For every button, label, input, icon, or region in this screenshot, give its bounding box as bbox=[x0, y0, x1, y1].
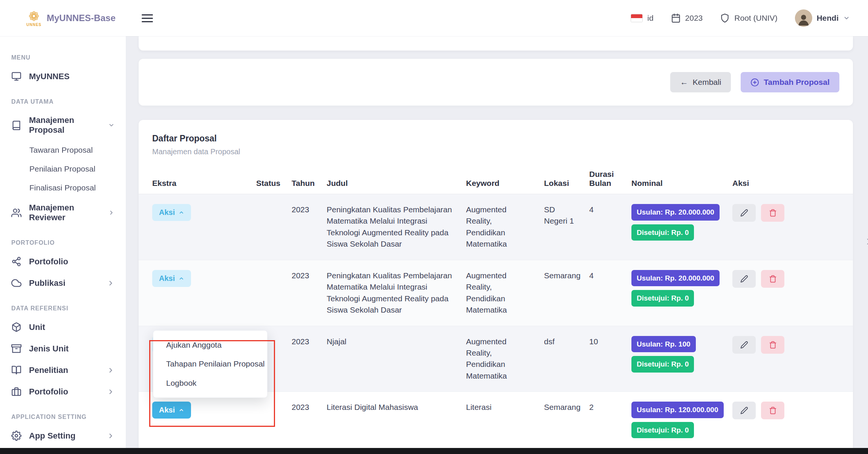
disetujui-badge: Disetujui: Rp. 0 bbox=[631, 356, 694, 373]
year-selector[interactable]: 2023 bbox=[671, 13, 703, 23]
role-label: Root (UNIV) bbox=[734, 14, 777, 23]
nominal-cell: Usulan: Rp. 20.000.000 Disetujui: Rp. 0 bbox=[631, 204, 732, 241]
header-status: Status bbox=[256, 179, 292, 188]
nominal-cell: Usulan: Rp. 120.000.000 Disetujui: Rp. 0 bbox=[631, 402, 732, 438]
sidebar-item-publikasi[interactable]: Publikasi bbox=[0, 272, 126, 294]
delete-button[interactable] bbox=[761, 336, 784, 354]
archive-icon bbox=[11, 344, 21, 354]
edit-button[interactable] bbox=[732, 402, 756, 419]
lokasi-cell: Semarang bbox=[544, 402, 589, 413]
language-label: id bbox=[647, 14, 653, 23]
table-row: Aksi 2023 Peningkatan Kualitas Pembelaja… bbox=[139, 194, 853, 260]
judul-cell: Peningkatan Kualitas Pembelajaran Matema… bbox=[327, 204, 466, 250]
kembali-button[interactable]: ← Kembali bbox=[670, 72, 731, 92]
user-name: Hendi bbox=[817, 14, 839, 23]
gear-icon bbox=[11, 431, 21, 441]
sidebar-item-unit[interactable]: Unit bbox=[0, 316, 126, 338]
edit-button[interactable] bbox=[732, 270, 756, 288]
hamburger-menu-icon[interactable] bbox=[142, 12, 153, 25]
sidebar-subitem-tawaran-proposal[interactable]: Tawaran Proposal bbox=[0, 141, 126, 160]
pencil-icon bbox=[740, 275, 748, 283]
chevron-up-icon bbox=[179, 210, 184, 215]
keyword-cell: Augmented Reality, Pendidikan Matematika bbox=[466, 204, 544, 250]
ekstra-cell: Aksi bbox=[152, 270, 256, 287]
sidebar-item-manajemen-proposal[interactable]: Manajemen Proposal bbox=[0, 110, 126, 141]
header-tahun: Tahun bbox=[292, 179, 327, 188]
proposal-table: Ekstra Status Tahun Judul Keyword Lokasi… bbox=[139, 170, 853, 448]
edit-button[interactable] bbox=[732, 204, 756, 222]
menu-item-tahapan-penilaian-proposal[interactable]: Tahapan Penilaian Proposal bbox=[153, 354, 267, 373]
disetujui-badge: Disetujui: Rp. 0 bbox=[631, 224, 694, 241]
aksi-dropdown-button-open[interactable]: Aksi bbox=[152, 402, 191, 419]
table-row: Ajukan Anggota Tahapan Penilaian Proposa… bbox=[139, 392, 853, 448]
sidebar-item-portofolio-referensi[interactable]: Portofolio bbox=[0, 381, 126, 402]
book-open-icon bbox=[11, 365, 21, 375]
lokasi-cell: Semarang bbox=[544, 270, 589, 281]
plus-circle-icon bbox=[750, 78, 759, 87]
section-portofolio: PORTOFOLIO bbox=[0, 228, 126, 251]
briefcase-icon bbox=[11, 387, 21, 397]
role-selector[interactable]: Root (UNIV) bbox=[720, 13, 777, 23]
sidebar-item-penelitian[interactable]: Penelitian bbox=[0, 359, 126, 381]
usulan-badge: Usulan: Rp. 20.000.000 bbox=[631, 204, 720, 221]
menu-item-ajukan-anggota[interactable]: Ajukan Anggota bbox=[153, 336, 267, 354]
chevron-right-icon bbox=[107, 432, 115, 440]
page-title: Daftar Proposal bbox=[152, 133, 839, 144]
delete-button[interactable] bbox=[761, 402, 784, 419]
sidebar-item-myunnes[interactable]: MyUNNES bbox=[0, 66, 126, 87]
table-header-row: Ekstra Status Tahun Judul Keyword Lokasi… bbox=[139, 170, 853, 194]
unnes-logo-icon: ❁ UNNES bbox=[26, 10, 41, 27]
aksi-dropdown-button[interactable]: Aksi bbox=[152, 270, 191, 287]
language-selector[interactable]: id bbox=[631, 14, 653, 23]
logo-text: UNNES bbox=[26, 23, 41, 27]
shield-icon bbox=[720, 13, 730, 23]
edit-button[interactable] bbox=[732, 336, 756, 354]
bottom-bar bbox=[0, 448, 868, 454]
delete-button[interactable] bbox=[761, 270, 784, 288]
scroll-right-icon[interactable]: › bbox=[866, 233, 868, 249]
trash-icon bbox=[769, 275, 777, 283]
sidebar-item-jenis-unit[interactable]: Jenis Unit bbox=[0, 338, 126, 359]
user-menu[interactable]: Hendi bbox=[795, 9, 850, 27]
tambah-proposal-button[interactable]: Tambah Proposal bbox=[741, 72, 839, 92]
section-application-setting: APPLICATION SETTING bbox=[0, 402, 126, 425]
delete-button[interactable] bbox=[761, 204, 784, 222]
sidebar-subitem-penilaian-proposal[interactable]: Penilaian Proposal bbox=[0, 160, 126, 178]
ekstra-cell: Aksi bbox=[152, 204, 256, 221]
daftar-proposal-card: Daftar Proposal Manajemen data Proposal … bbox=[139, 120, 853, 454]
aksi-cell bbox=[732, 204, 839, 222]
disetujui-badge: Disetujui: Rp. 0 bbox=[631, 290, 694, 307]
durasi-cell: 4 bbox=[589, 270, 631, 281]
share-icon bbox=[11, 256, 21, 267]
trash-icon bbox=[769, 209, 777, 217]
monitor-icon bbox=[11, 71, 21, 81]
nominal-cell: Usulan: Rp. 100 Disetujui: Rp. 0 bbox=[631, 336, 732, 373]
durasi-cell: 2 bbox=[589, 402, 631, 413]
header-ekstra: Ekstra bbox=[152, 179, 256, 188]
chevron-right-icon bbox=[107, 388, 115, 396]
keyword-cell: Augmented Reality, Pendidikan Matematika bbox=[466, 336, 544, 382]
pencil-icon bbox=[740, 209, 748, 217]
durasi-cell: 4 bbox=[589, 204, 631, 215]
header-keyword: Keyword bbox=[466, 179, 544, 188]
sidebar-item-app-setting[interactable]: App Setting bbox=[0, 425, 126, 446]
unit-icon bbox=[11, 322, 21, 332]
chevron-up-icon bbox=[179, 407, 184, 413]
header-nominal: Nominal bbox=[631, 179, 732, 188]
usulan-badge: Usulan: Rp. 20.000.000 bbox=[631, 270, 720, 287]
sidebar-item-portofolio[interactable]: Portofolio bbox=[0, 251, 126, 272]
sidebar-subitem-finalisasi-proposal[interactable]: Finalisasi Proposal bbox=[0, 178, 126, 197]
judul-cell: Peningkatan Kualitas Pembelajaran Matema… bbox=[327, 270, 466, 316]
chevron-up-icon bbox=[179, 276, 184, 281]
chevron-down-icon bbox=[843, 15, 850, 21]
aksi-dropdown-button[interactable]: Aksi bbox=[152, 204, 191, 221]
brand[interactable]: ❁ UNNES MyUNNES-Base bbox=[0, 10, 126, 27]
trash-icon bbox=[769, 341, 777, 349]
sidebar-item-manajemen-reviewer[interactable]: Manajemen Reviewer bbox=[0, 197, 126, 228]
aksi-dropdown-wrap: Ajukan Anggota Tahapan Penilaian Proposa… bbox=[152, 402, 191, 419]
judul-cell: Literasi Digital Mahasiswa bbox=[327, 402, 466, 413]
menu-item-logbook[interactable]: Logbook bbox=[153, 374, 267, 393]
calendar-icon bbox=[671, 13, 681, 23]
tahun-cell: 2023 bbox=[292, 402, 327, 413]
toolbar-card: ← Kembali Tambah Proposal bbox=[139, 59, 853, 106]
